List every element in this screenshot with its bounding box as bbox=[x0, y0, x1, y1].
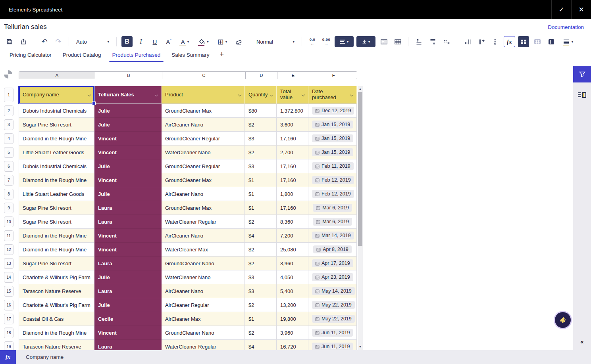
cell[interactable]: Diamond in the Rough Mine bbox=[19, 173, 94, 187]
cell[interactable]: GroundCleaner Max bbox=[162, 104, 245, 118]
row-number[interactable]: 11 bbox=[4, 230, 13, 241]
cell[interactable]: 8,360 bbox=[277, 215, 308, 229]
column-letter-F[interactable]: F bbox=[309, 72, 357, 79]
cell-date[interactable]: Jan 15, 2019 bbox=[308, 146, 357, 159]
italic-button[interactable]: I bbox=[135, 36, 146, 47]
cell[interactable]: 17,160 bbox=[277, 201, 308, 215]
cell[interactable]: Sugar Pine Ski resort bbox=[19, 257, 94, 270]
column-letter-B[interactable]: B bbox=[95, 72, 162, 79]
cell[interactable]: 3,960 bbox=[277, 326, 308, 340]
cell[interactable]: GroundCleaner Max bbox=[162, 201, 245, 215]
tab-pricing-calculator[interactable]: Pricing Calculator bbox=[4, 49, 57, 62]
cell[interactable]: WaterCleaner Regular bbox=[162, 340, 245, 350]
cell[interactable]: 17,160 bbox=[277, 173, 308, 187]
cell-date[interactable]: Apr 17, 2019 bbox=[308, 257, 357, 270]
cell[interactable]: 13,200 bbox=[277, 298, 308, 312]
cell[interactable]: Diamond in the Rough Mine bbox=[19, 326, 94, 340]
decrease-decimal-button[interactable]: 0.0← bbox=[307, 36, 318, 47]
row-number[interactable]: 19 bbox=[4, 341, 13, 350]
cell[interactable]: $3 bbox=[245, 132, 277, 146]
cell[interactable]: Laura bbox=[94, 215, 162, 229]
header-cell-3[interactable]: Product bbox=[162, 86, 245, 104]
underline-button[interactable]: U bbox=[149, 36, 160, 47]
cell-date[interactable]: May 22, 2019 bbox=[308, 312, 357, 326]
cell[interactable]: $1 bbox=[245, 201, 277, 215]
cell-date[interactable]: Apr 8, 2019 bbox=[308, 243, 357, 257]
header-cell-2[interactable]: Tellurian Sales bbox=[94, 86, 162, 104]
cell-date[interactable]: Mar 14, 2019 bbox=[308, 229, 357, 243]
cell[interactable]: $4 bbox=[245, 229, 277, 243]
tab-sales-summary[interactable]: Sales Summary bbox=[166, 49, 215, 62]
cell[interactable]: Laura bbox=[94, 284, 162, 298]
row-number[interactable]: 1 bbox=[4, 88, 13, 102]
cell[interactable]: 1,372,800 bbox=[277, 104, 308, 118]
cell[interactable]: Laura bbox=[94, 257, 162, 270]
formula-input[interactable]: Company name bbox=[16, 350, 64, 364]
header-cell-4[interactable]: Quantity bbox=[245, 86, 277, 104]
cell[interactable]: $2 bbox=[245, 298, 277, 312]
row-number[interactable]: 15 bbox=[4, 286, 13, 297]
cell[interactable]: $2 bbox=[245, 257, 277, 270]
filter-button[interactable] bbox=[573, 66, 591, 82]
add-sheet-button[interactable]: + bbox=[215, 48, 229, 62]
cell[interactable]: WaterCleaner Nano bbox=[162, 270, 245, 284]
cell[interactable]: $4 bbox=[245, 340, 277, 350]
insert-row-below-button[interactable] bbox=[427, 36, 438, 47]
cell-date[interactable]: Jan 15, 2019 bbox=[308, 132, 357, 146]
close-button[interactable]: ✕ bbox=[571, 0, 591, 19]
cell[interactable]: AirCleaner Nano bbox=[162, 187, 245, 201]
scroll-up-arrow[interactable]: ▲ bbox=[358, 86, 363, 92]
cell[interactable]: 1,800 bbox=[277, 187, 308, 201]
cell[interactable]: AirCleaner Nano bbox=[162, 229, 245, 243]
cell-date[interactable]: May 22, 2019 bbox=[308, 298, 357, 312]
grid-view-button[interactable] bbox=[532, 36, 543, 47]
formula-button[interactable]: fx bbox=[504, 36, 515, 47]
vertical-align-button[interactable]: ▾ bbox=[356, 36, 375, 47]
cell[interactable]: Sugar Pine Ski resort bbox=[19, 215, 94, 229]
cell[interactable]: AirCleaner Regular bbox=[162, 298, 245, 312]
cell[interactable]: WaterCleaner Nano bbox=[162, 146, 245, 159]
cell[interactable]: Julie bbox=[94, 104, 162, 118]
row-number[interactable]: 3 bbox=[4, 119, 13, 130]
collapse-panel-button[interactable]: « bbox=[573, 338, 591, 345]
cell[interactable]: WaterCleaner Regular bbox=[162, 215, 245, 229]
cell[interactable]: Laura bbox=[94, 201, 162, 215]
cell[interactable]: Cecile bbox=[94, 312, 162, 326]
borders-button[interactable]: ⊞ ▾ bbox=[214, 36, 230, 47]
cell[interactable]: $3 bbox=[245, 284, 277, 298]
cell-date[interactable]: Apr 23, 2019 bbox=[308, 270, 357, 284]
scrollbar-thumb[interactable] bbox=[358, 92, 362, 246]
cell[interactable]: $2 bbox=[245, 215, 277, 229]
clear-format-button[interactable]: A° bbox=[163, 36, 174, 47]
cell[interactable]: $1 bbox=[245, 312, 277, 326]
insert-row-above-button[interactable] bbox=[413, 36, 424, 47]
horizontal-align-button[interactable]: ▾ bbox=[335, 36, 354, 47]
cell[interactable]: 17,160 bbox=[277, 159, 308, 173]
cell[interactable]: GroundCleaner Regular bbox=[162, 159, 245, 173]
cell[interactable]: Tarascon Nature Reserve bbox=[19, 284, 94, 298]
cell[interactable]: Little Stuart Leather Goods bbox=[19, 187, 94, 201]
cell-date[interactable]: Mar 6, 2019 bbox=[308, 215, 357, 229]
cell[interactable]: Vincent bbox=[94, 326, 162, 340]
cell[interactable]: Julie bbox=[94, 187, 162, 201]
row-number[interactable]: 4 bbox=[4, 133, 13, 144]
cell[interactable]: Charlotte & Wilbur's Pig Farm bbox=[19, 270, 94, 284]
announcements-button[interactable] bbox=[555, 312, 571, 328]
delete-row-button[interactable] bbox=[441, 36, 452, 47]
cell[interactable]: Dubois Industrial Chemicals bbox=[19, 104, 94, 118]
header-cell-6[interactable]: Date purchased bbox=[308, 86, 357, 104]
cell[interactable]: Vincent bbox=[94, 243, 162, 257]
cell[interactable]: 4,050 bbox=[277, 270, 308, 284]
cell-date[interactable]: Jun 11, 2019 bbox=[308, 326, 357, 340]
cell[interactable]: Tarascon Nature Reserve bbox=[19, 340, 94, 350]
row-number[interactable]: 14 bbox=[4, 272, 13, 283]
row-number[interactable]: 2 bbox=[4, 105, 13, 116]
cell[interactable]: 17,160 bbox=[277, 132, 308, 146]
row-height-button[interactable]: ▾ bbox=[560, 36, 577, 47]
cell[interactable]: Julie bbox=[94, 159, 162, 173]
cell[interactable]: Julie bbox=[94, 270, 162, 284]
scroll-down-arrow[interactable]: ▼ bbox=[358, 344, 363, 349]
cell[interactable]: Vincent bbox=[94, 173, 162, 187]
column-letter-A[interactable]: A bbox=[19, 72, 95, 79]
number-format-select[interactable]: Normal ▾ bbox=[254, 36, 297, 47]
